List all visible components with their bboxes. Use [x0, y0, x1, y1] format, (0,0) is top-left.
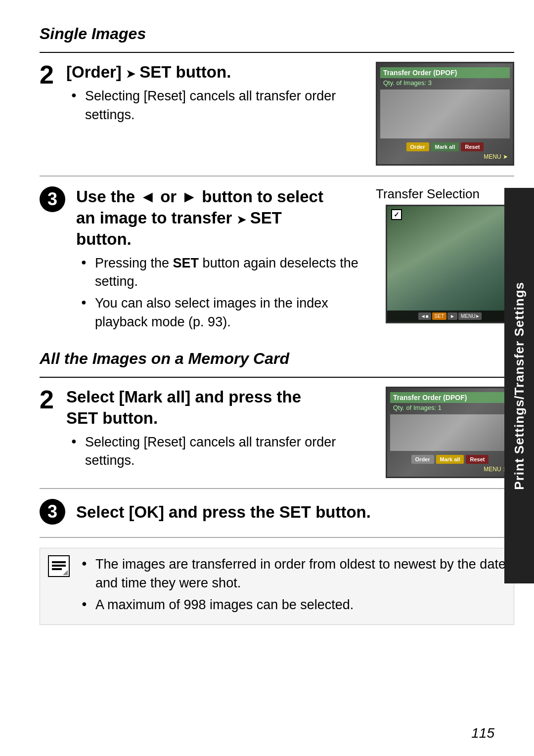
transfer-selection-label: Transfer Selection — [376, 186, 480, 202]
step3-all-set-bold: SET — [279, 503, 311, 521]
step2-screen-topbar: Transfer Order (DPOF) — [380, 67, 510, 78]
note-bullet1: The images are transferred in order from… — [82, 555, 506, 593]
step2-all-bullets: Selecting [Reset] cancels all transfer o… — [66, 433, 366, 471]
step3-all-row: 3 Select [OK] and press the SET button. — [40, 499, 514, 527]
step2-all-screen-mid: Qty. of Images: 1 — [390, 403, 510, 412]
step3-all-title: Select [OK] and press the SET button. — [76, 502, 514, 523]
transfer-screen-inner: ✓ ◄■ SET ► MENU➤ — [387, 206, 513, 322]
step2-all-screen-inner: Transfer Order (DPOF) Qty. of Images: 1 … — [387, 388, 513, 477]
step3-single-row: 3 Use the ◄ or ► button to selectan imag… — [40, 186, 514, 340]
step2-single-bullets: Selecting [Reset] cancels all transfer o… — [66, 87, 356, 125]
divider3 — [40, 537, 514, 538]
step2-single-content: 2 [Order] ➤ SET button. Selecting [Reset… — [40, 62, 356, 132]
step2-all-number: 2 — [40, 387, 61, 412]
section1-divider — [40, 52, 514, 53]
step2-single-screen: Transfer Order (DPOF) Qty. of Images: 3 … — [376, 62, 514, 166]
step2-single-bullet1: Selecting [Reset] cancels all transfer o… — [71, 87, 356, 125]
step2-all-title: Select [Mark all] and press theSET butto… — [66, 387, 366, 473]
tb-btn-set: SET — [432, 312, 446, 320]
screen-btn-reset: Reset — [461, 142, 484, 151]
step2-single-number: 2 — [40, 62, 61, 88]
step2all-btn-order: Order — [411, 455, 434, 464]
step2-all-bullet1: Selecting [Reset] cancels all transfer o… — [71, 433, 366, 471]
note-icon — [48, 555, 70, 577]
step2-set-label: SET button. — [135, 63, 231, 81]
step3-single-screen-area: Transfer Selection ✓ ◄■ SET ► MENU➤ — [376, 186, 514, 323]
step2-arrow: ➤ — [126, 68, 135, 80]
section2-heading: All the Images on a Memory Card — [40, 350, 514, 368]
tb-btn-menu: MENU➤ — [458, 312, 482, 320]
step3-all-title-part2: button. — [311, 503, 371, 521]
tb-btn-right: ► — [447, 312, 457, 320]
step3-single-title-text: Use the ◄ or ► button to selectan image … — [76, 186, 366, 250]
step2-order-label: [Order] — [66, 63, 126, 81]
step2-all-screen-area: Transfer Order (DPOF) Qty. of Images: 1 … — [376, 387, 514, 478]
note-icon-corner — [63, 570, 68, 575]
note-bullets: The images are transferred in order from… — [77, 555, 506, 614]
step2-single-row: 2 [Order] ➤ SET button. Selecting [Reset… — [40, 62, 514, 166]
step2all-btn-markall: Mark all — [436, 455, 464, 464]
note-bullet2: A maximum of 998 images can be selected. — [82, 596, 506, 615]
step2-all-step-row: 2 Select [Mark all] and press theSET but… — [40, 387, 366, 473]
step3-single-content: 3 Use the ◄ or ► button to selectan imag… — [40, 186, 366, 340]
transfer-screen: ✓ ◄■ SET ► MENU➤ — [386, 205, 514, 323]
note-line1 — [52, 561, 66, 563]
step2-screen-buttons: Order Mark all Reset — [380, 140, 510, 153]
note-box: The images are transferred in order from… — [40, 548, 514, 624]
step2-all-screen-topbar: Transfer Order (DPOF) — [390, 392, 510, 403]
step2-all-content: 2 Select [Mark all] and press theSET but… — [40, 387, 366, 478]
step3-single-bullet2: You can also select images in the index … — [81, 294, 366, 332]
transfer-img-area: ✓ — [387, 206, 513, 311]
note-line2 — [52, 565, 66, 567]
step2-single-screen-inner: Transfer Order (DPOF) Qty. of Images: 3 … — [377, 63, 513, 164]
section2-divider — [40, 377, 514, 378]
step3-single-bullet1: Pressing the SET button again deselects … — [81, 254, 366, 292]
step2-single-title: [Order] ➤ SET button. Selecting [Reset] … — [66, 62, 356, 127]
transfer-bottom-bar: ◄■ SET ► MENU➤ — [387, 311, 513, 322]
step3-single-number: 3 — [40, 186, 65, 212]
step2-all-screen-menu: MENU ➤ — [390, 466, 510, 473]
tb-btn-left: ◄■ — [418, 312, 431, 320]
step2-single-title-text: [Order] ➤ SET button. — [66, 62, 356, 83]
screen-btn-markall: Mark all — [431, 142, 459, 151]
sidebar-text: Print Settings/Transfer Settings — [512, 282, 527, 490]
step3-single-bullets: Pressing the SET button again deselects … — [76, 254, 366, 332]
note-line3 — [52, 568, 62, 570]
divider1 — [40, 176, 514, 177]
step2all-btn-reset: Reset — [466, 455, 489, 464]
step2-all-screen: Transfer Order (DPOF) Qty. of Images: 1 … — [386, 387, 514, 478]
step2-screen-menu: MENU ➤ — [380, 153, 510, 160]
section2-container: All the Images on a Memory Card — [40, 350, 514, 378]
step3-all-title-part1: Select [OK] and press the — [76, 503, 279, 521]
step2-all-screen-buttons: Order Mark all Reset — [390, 453, 510, 466]
step3-all-number: 3 — [40, 499, 65, 525]
right-sidebar: Print Settings/Transfer Settings — [504, 188, 534, 583]
section1-heading: Single Images — [40, 25, 514, 43]
step3-single-step-row: 3 Use the ◄ or ► button to selectan imag… — [40, 186, 366, 335]
step2-all-title-text: Select [Mark all] and press theSET butto… — [66, 387, 366, 429]
step2-single-screen-area: Transfer Order (DPOF) Qty. of Images: 3 … — [366, 62, 514, 166]
step2-screen-mid: Qty. of Images: 3 — [380, 78, 510, 88]
divider2 — [40, 488, 514, 489]
note-content: The images are transferred in order from… — [77, 555, 506, 617]
step2-all-row: 2 Select [Mark all] and press theSET but… — [40, 387, 514, 478]
step2-single-step-row: 2 [Order] ➤ SET button. Selecting [Reset… — [40, 62, 356, 127]
step3-all-content: Select [OK] and press the SET button. — [76, 502, 514, 527]
step3-single-title: Use the ◄ or ► button to selectan image … — [76, 186, 366, 335]
transfer-checkbox: ✓ — [391, 209, 402, 220]
page-number: 115 — [471, 725, 494, 741]
screen-btn-order: Order — [406, 142, 429, 151]
